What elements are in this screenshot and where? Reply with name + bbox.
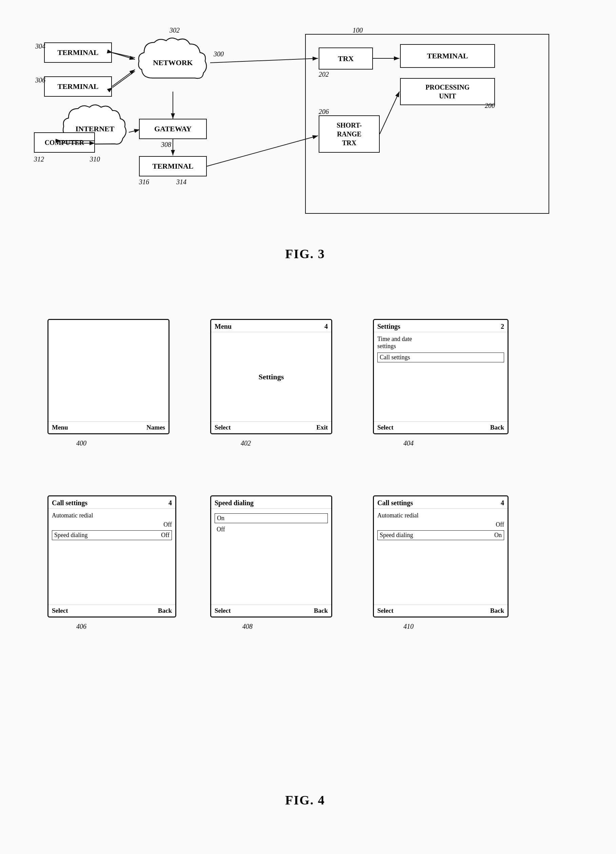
computer-312-box: COMPUTER (34, 132, 95, 152)
screen-408-title: Speed dialing (214, 499, 254, 507)
page: 100 TERMINAL PROCESSINGUNIT 200 TRX 202 … (0, 0, 616, 854)
screen-404-footer: Select Back (374, 421, 508, 433)
screen-410-speed-dialing: Speed dialing (380, 532, 413, 539)
screen-406-speed-dialing: Speed dialing (54, 532, 87, 539)
screen-404: Settings 2 Time and date settings Call s… (373, 319, 508, 434)
screen-406-back: Back (158, 607, 172, 615)
screen-410-footer: Select Back (374, 605, 508, 616)
screen-410-body: Automatic redial Off Speed dialing On (374, 509, 508, 605)
screen-402-body: Settings (211, 332, 331, 421)
screen-402-title: Menu (214, 323, 231, 331)
ref-300: 300 (214, 50, 224, 58)
screen-406-select: Select (52, 607, 68, 615)
screen-406-footer: Select Back (49, 605, 175, 616)
screen-408-header: Speed dialing (211, 496, 331, 509)
svg-line-12 (207, 136, 318, 166)
fig4-diagram: Menu Names 400 Menu 4 Settings Select Ex… (27, 299, 583, 814)
screen-402-exit: Exit (316, 424, 328, 431)
screen-406-num: 4 (169, 499, 172, 507)
terminal-right-label: TERMINAL (427, 52, 468, 60)
ref-402: 402 (241, 439, 251, 447)
screen-406: Call settings 4 Automatic redial Off Spe… (47, 496, 176, 618)
screen-410: Call settings 4 Automatic redial Off Spe… (373, 496, 508, 618)
ref-410: 410 (403, 622, 414, 630)
ref-304: 304 (35, 43, 46, 50)
ref-404: 404 (403, 439, 414, 447)
ref-400: 400 (76, 439, 87, 447)
ref-312: 312 (34, 156, 44, 163)
ref-202: 202 (319, 70, 329, 78)
ref-206: 206 (319, 108, 329, 116)
screen-404-num: 2 (501, 323, 504, 331)
network-label: NETWORK (153, 58, 193, 67)
screen-410-title: Call settings (377, 499, 413, 507)
screen-408-back: Back (314, 607, 328, 615)
screen-404-line2: settings (377, 343, 504, 350)
network-cloud: NETWORK (135, 34, 210, 92)
short-range-trx-box: SHORT-RANGETRX (319, 115, 380, 152)
screen-402-header: Menu 4 (211, 320, 331, 332)
svg-line-9 (129, 130, 140, 132)
screen-400: Menu Names (47, 319, 169, 434)
computer-312-label: COMPUTER (45, 139, 84, 146)
ref-314: 314 (176, 178, 187, 186)
internet-label: INTERNET (76, 125, 115, 133)
svg-line-5 (113, 71, 135, 87)
svg-line-10 (210, 58, 318, 63)
screen-406-val1: Off (163, 521, 172, 528)
screen-410-header: Call settings 4 (374, 496, 508, 509)
screen-404-select: Select (377, 424, 393, 431)
fig4-title: FIG. 4 (285, 793, 325, 808)
screen-402-select: Select (214, 424, 231, 431)
trx-box: TRX (319, 47, 373, 70)
terminal-right-box: TERMINAL (400, 44, 495, 68)
screen-406-title: Call settings (52, 499, 87, 507)
gateway-label: GATEWAY (154, 125, 192, 133)
screen-406-auto-redial: Automatic redial (52, 512, 93, 519)
screen-400-menu: Menu (52, 424, 68, 431)
screen-402-num: 4 (324, 323, 328, 331)
processing-unit-box: PROCESSINGUNIT (400, 78, 495, 105)
terminal-306-label: TERMINAL (57, 82, 98, 91)
fig3-diagram: 100 TERMINAL PROCESSINGUNIT 200 TRX 202 … (27, 20, 583, 251)
screen-404-back: Back (490, 424, 504, 431)
screen-402-footer: Select Exit (211, 421, 331, 433)
fig3-title: FIG. 3 (285, 246, 325, 261)
screen-404-header: Settings 2 (374, 320, 508, 332)
ref-200: 200 (485, 102, 495, 110)
screen-404-selected: Call settings (377, 352, 504, 362)
screen-410-val2: On (494, 532, 502, 539)
screen-408-select: Select (214, 607, 231, 615)
terminal-304-label: TERMINAL (57, 48, 98, 57)
screen-404-line1: Time and date (377, 336, 504, 343)
screen-400-footer: Menu Names (49, 421, 169, 433)
svg-line-4 (112, 70, 135, 87)
screen-406-body: Automatic redial Off Speed dialing Off (49, 509, 175, 605)
ref-100: 100 (353, 26, 363, 34)
processing-unit-label: PROCESSINGUNIT (426, 83, 470, 101)
screen-402-settings: Settings (259, 372, 284, 381)
screen-408-selected: On (214, 513, 328, 523)
screen-410-val1: Off (496, 521, 504, 528)
screen-406-header: Call settings 4 (49, 496, 175, 509)
ref-310: 310 (90, 156, 100, 163)
screen-400-names: Names (146, 424, 165, 431)
terminal-314-label: TERMINAL (152, 162, 193, 171)
terminal-304-box: TERMINAL (44, 43, 112, 63)
ref-308: 308 (161, 141, 171, 149)
screen-410-num: 4 (501, 499, 504, 507)
screen-410-auto-redial: Automatic redial (377, 512, 418, 519)
screen-404-title: Settings (377, 323, 400, 331)
ref-302: 302 (169, 26, 179, 34)
gateway-box: GATEWAY (139, 119, 207, 139)
screen-406-val2: Off (161, 532, 169, 539)
ref-306: 306 (35, 76, 46, 84)
screen-408-off: Off (214, 526, 328, 533)
screen-402: Menu 4 Settings Select Exit (210, 319, 332, 434)
ref-408: 408 (242, 622, 252, 630)
screen-406-selected: Speed dialing Off (52, 530, 172, 540)
screen-410-selected: Speed dialing On (377, 530, 504, 540)
ref-316: 316 (139, 178, 149, 186)
screen-404-body: Time and date settings Call settings (374, 332, 508, 421)
svg-line-3 (113, 53, 135, 58)
